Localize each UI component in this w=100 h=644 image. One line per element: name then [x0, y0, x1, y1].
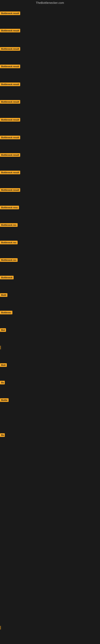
bottleneck-result-block-25: Bo — [0, 433, 5, 438]
bottleneck-result-block-6: Bottleneck result — [0, 100, 20, 104]
bottleneck-badge-3[interactable]: Bottleneck result — [0, 47, 20, 51]
bottleneck-result-block-14: Bottleneck res — [0, 241, 18, 245]
bottleneck-result-block-4: Bottleneck result — [0, 64, 20, 69]
cursor-indicator — [0, 346, 1, 349]
bottleneck-result-block-15: Bottleneck res — [0, 258, 18, 263]
bottleneck-result-block-23: Bottle — [0, 398, 9, 403]
bottleneck-badge-6[interactable]: Bottleneck result — [0, 100, 20, 104]
bottleneck-badge-13[interactable]: Bottleneck res — [0, 223, 18, 227]
bottleneck-result-block-16: Bottleneck — [0, 276, 14, 280]
bottleneck-result-block-10: Bottleneck result — [0, 171, 20, 175]
bottleneck-badge-4[interactable]: Bottleneck result — [0, 64, 20, 68]
bottleneck-badge-22[interactable]: Bo — [0, 381, 5, 384]
bottleneck-badge-19[interactable]: Bot — [0, 328, 6, 332]
bottleneck-result-block-18: Bottlenec — [0, 311, 12, 315]
bottleneck-result-block-21: Bott — [0, 363, 7, 368]
bottleneck-result-block-1: Bottleneck result — [0, 12, 20, 16]
bottleneck-badge-8[interactable]: Bottleneck result — [0, 136, 20, 139]
site-title: TheBottlenecker.com — [0, 0, 100, 6]
bottleneck-result-block-7: Bottleneck result — [0, 118, 20, 122]
bottleneck-result-block-5: Bottleneck result — [0, 82, 20, 87]
bottleneck-badge-10[interactable]: Bottleneck result — [0, 171, 20, 174]
bottleneck-badge-9[interactable]: Bottleneck result — [0, 153, 20, 157]
bottleneck-badge-7[interactable]: Bottleneck result — [0, 118, 20, 122]
bottleneck-result-block-12: Bottleneck resu — [0, 206, 19, 210]
bottleneck-result-block-8: Bottleneck result — [0, 136, 20, 140]
bottleneck-result-block-3: Bottleneck result — [0, 47, 20, 52]
bottleneck-result-block-2: Bottleneck result — [0, 29, 20, 33]
bottleneck-result-block-19: Bot — [0, 328, 6, 333]
bottleneck-result-block-22: Bo — [0, 381, 5, 385]
bottleneck-badge-17[interactable]: Bottl — [0, 293, 7, 297]
bottleneck-badge-5[interactable]: Bottleneck result — [0, 82, 20, 86]
bottleneck-badge-25[interactable]: Bo — [0, 433, 5, 437]
bottleneck-result-block-13: Bottleneck res — [0, 223, 18, 228]
bottleneck-badge-2[interactable]: Bottleneck result — [0, 29, 20, 32]
bottleneck-badge-16[interactable]: Bottleneck — [0, 276, 14, 279]
bottleneck-badge-23[interactable]: Bottle — [0, 398, 9, 402]
bottleneck-badge-15[interactable]: Bottleneck res — [0, 258, 18, 262]
bottleneck-badge-1[interactable]: Bottleneck result — [0, 12, 20, 15]
bottleneck-result-block-17: Bottl — [0, 293, 7, 298]
bottleneck-result-block-11: Bottleneck result — [0, 188, 20, 192]
bottleneck-badge-21[interactable]: Bott — [0, 363, 7, 367]
bottleneck-badge-14[interactable]: Bottleneck res — [0, 241, 18, 244]
bottleneck-badge-11[interactable]: Bottleneck result — [0, 188, 20, 192]
bottleneck-badge-18[interactable]: Bottlenec — [0, 311, 12, 314]
bottleneck-result-block-9: Bottleneck result — [0, 153, 20, 158]
cursor-indicator — [0, 626, 1, 630]
bottleneck-badge-12[interactable]: Bottleneck resu — [0, 206, 19, 209]
